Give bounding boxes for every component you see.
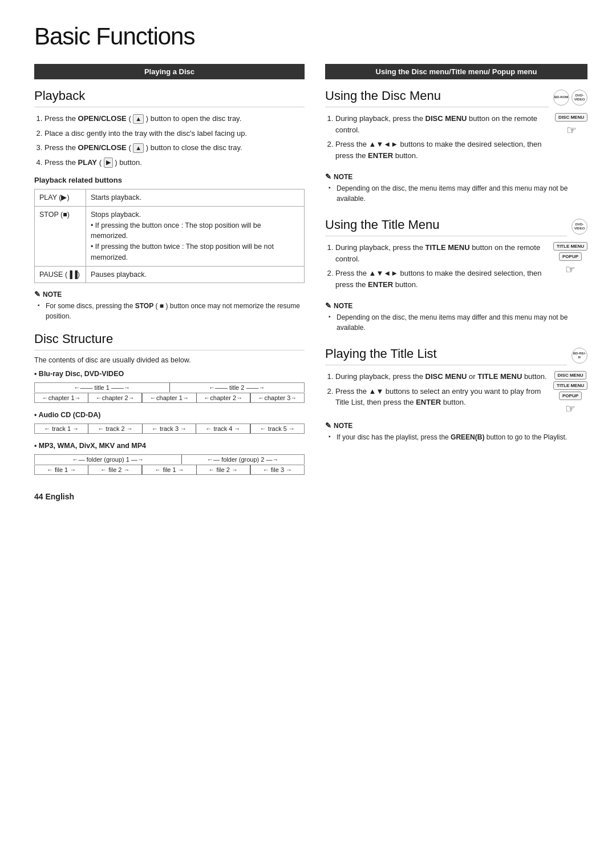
step-2: Place a disc gently into the tray with t… [44,128,305,139]
playback-section: Playback Press the OPEN/CLOSE ( ▲ ) butt… [34,88,305,321]
title-menu-button-icon: TITLE MENU [553,242,587,251]
dvd-video-icon: DVD-VIDEO [572,90,587,106]
disc-menu-btn-icon2: DISC MENU [554,371,587,380]
dvd-video-icon2: DVD-VIDEO [572,219,587,235]
hand-pointing-icon2: ☞ [565,263,576,276]
title-menu-note: NOTE Depending on the disc, the menu ite… [325,301,587,333]
note-label: NOTE [325,172,587,181]
bd-re-r-icon: BD-RE/-R [572,348,587,364]
title-menu-btn-icon2: TITLE MENU [553,381,587,390]
popup-button-icon: POPUP [559,252,582,261]
title-menu-section: Using the Title Menu DVD-VIDEO During pl… [325,217,587,333]
table-cell-button: PAUSE (▐▐) [35,266,86,283]
disc-menu-banner: Using the Disc menu/Title menu/ Popup me… [325,64,587,79]
bluray-diagram: ←—— title 1 ——→ ←—— title 2 ——→ ←chapter… [34,382,305,403]
audiocd-label: Audio CD (CD-DA) [34,411,305,419]
playback-note: NOTE For some discs, pressing the STOP (… [34,290,305,321]
title-list-remote-icons: DISC MENU TITLE MENU POPUP ☞ [553,371,587,416]
step-1: Press the OPEN/CLOSE ( ▲ ) button to ope… [44,113,305,124]
step-1: During playback, press the TITLE MENU bu… [335,242,548,264]
step-1: During playback, press the DISC MENU or … [335,371,548,382]
title-list-section: Playing the Title List BD-RE/-R During p… [325,346,587,442]
bd-rom-icon: BD-ROM [553,90,569,106]
note-label: NOTE [325,301,587,310]
disc-structure-section: Disc Structure The contents of disc are … [34,332,305,475]
disc-structure-intro: The contents of disc are usually divided… [34,356,305,364]
note-item: Depending on the disc, the menu items ma… [337,183,587,204]
page-title: Basic Functions [34,23,587,50]
playback-table: PLAY (▶) Starts playback. STOP (■) Stops… [34,189,305,283]
note-label: NOTE [34,290,305,299]
step-4: Press the PLAY ( ▶ ) button. [44,157,305,168]
table-cell-desc: Starts playback. [86,189,305,207]
note-item: If your disc has the playlist, press the… [337,432,587,442]
table-row: PAUSE (▐▐) Pauses playback. [35,266,305,283]
right-column: Using the Disc menu/Title menu/ Popup me… [325,64,587,501]
table-cell-button: PLAY (▶) [35,189,86,207]
mp3-label: MP3, WMA, DivX, MKV and MP4 [34,442,305,450]
playback-related-buttons-title: Playback related buttons [34,176,305,184]
disc-structure-title: Disc Structure [34,332,305,350]
step-3: Press the OPEN/CLOSE ( ▲ ) button to clo… [44,142,305,154]
table-cell-desc: Pauses playback. [86,266,305,283]
note-item: For some discs, pressing the STOP ( ■ ) … [46,301,305,321]
note-item: Depending on the disc, the menu items ma… [337,312,587,333]
step-2: Press the ▲▼◄► buttons to make the desir… [335,268,548,290]
table-cell-desc: Stops playback. • If pressing the button… [86,206,305,266]
disc-menu-note: NOTE Depending on the disc, the menu ite… [325,172,587,204]
table-cell-button: STOP (■) [35,206,86,266]
playback-title: Playback [34,88,305,107]
title-list-steps: During playback, press the DISC MENU or … [325,371,548,414]
title-list-note: NOTE If your disc has the playlist, pres… [325,421,587,442]
bluray-label: Blu-ray Disc, DVD-VIDEO [34,370,305,378]
disc-menu-section: Using the Disc Menu BD-ROM DVD-VIDEO Dur… [325,88,587,204]
disc-menu-steps: During playback, press the DISC MENU but… [325,113,549,167]
mp3-diagram: ←— folder (group) 1 —→ ←— folder (group)… [34,454,305,475]
title-menu-title: Using the Title Menu [325,217,567,236]
playback-steps: Press the OPEN/CLOSE ( ▲ ) button to ope… [34,113,305,168]
hand-pointing-icon3: ☞ [565,402,576,416]
playing-disc-banner: Playing a Disc [34,64,305,79]
disc-menu-title: Using the Disc Menu [325,88,549,107]
title-menu-remote-icons: TITLE MENU POPUP ☞ [553,242,587,276]
step-1: During playback, press the DISC MENU but… [335,113,549,135]
note-label: NOTE [325,421,587,430]
left-column: Playing a Disc Playback Press the OPEN/C… [34,64,305,501]
audiocd-diagram: ← track 1 → ← track 2 → ← track 3 → ← tr… [34,423,305,434]
popup-btn-icon2: POPUP [559,392,582,400]
page-number: 44 English [34,492,305,501]
disc-menu-remote-icons: DISC MENU ☞ [555,113,587,137]
title-list-title: Playing the Title List [325,346,567,365]
table-row: PLAY (▶) Starts playback. [35,189,305,207]
step-2: Press the ▲▼ buttons to select an entry … [335,386,548,408]
table-row: STOP (■) Stops playback. • If pressing t… [35,206,305,266]
hand-pointing-icon: ☞ [566,123,577,137]
title-menu-steps: During playback, press the TITLE MENU bu… [325,242,548,296]
step-2: Press the ▲▼◄► buttons to make the desir… [335,139,549,161]
disc-menu-button-icon: DISC MENU [555,113,587,122]
